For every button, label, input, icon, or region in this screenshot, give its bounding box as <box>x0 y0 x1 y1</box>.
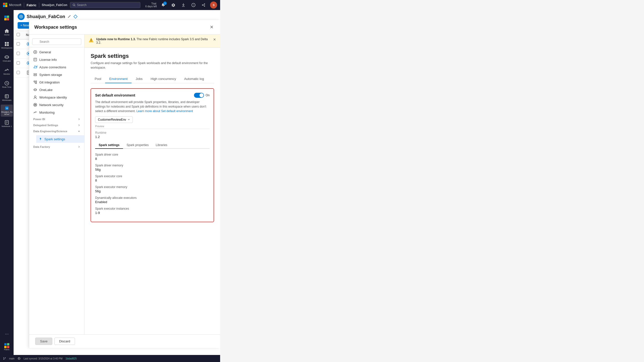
sidebar-item-workspaces[interactable]: Workspaces <box>1 39 13 51</box>
notebook1-label: Notebook 1 <box>2 125 12 128</box>
topbar-search-box[interactable] <box>70 2 140 8</box>
row-select-checkbox[interactable] <box>17 42 20 46</box>
spark-setting-label: Spark executor memory <box>95 185 210 189</box>
svg-text:W: W <box>6 107 8 110</box>
spark-setting-label: Spark driver memory <box>95 164 210 167</box>
sidebar-item-home[interactable]: Home <box>1 26 13 38</box>
settings-nav-storage[interactable]: System storage <box>29 71 84 78</box>
spark-icon <box>38 137 42 141</box>
share-button[interactable] <box>200 2 207 9</box>
alert-close-button[interactable]: ✕ <box>213 37 216 41</box>
settings-search-input[interactable] <box>32 38 81 45</box>
svg-point-79 <box>4 357 4 358</box>
sidebar-item-realtime[interactable]: Real-Time <box>1 78 13 90</box>
sidebar-item-workloads[interactable]: Workloads <box>1 92 13 104</box>
alert-banner: ⚠️ Update now to Runtime 1.3. The new Fa… <box>85 34 220 48</box>
license-icon <box>33 58 37 62</box>
topbar-search-input[interactable] <box>77 3 138 7</box>
svg-point-81 <box>5 357 6 358</box>
chevron-right2-icon <box>78 124 80 126</box>
env-desc: The default environment will provide Spa… <box>95 100 210 113</box>
sidebar-item-shuaijun[interactable]: W Shuaijun_Fa bCon <box>1 105 13 117</box>
monitor-label: Monitor <box>4 73 10 75</box>
settings-nav-monitoring[interactable]: Monitoring <box>29 109 84 116</box>
settings-nav-azure[interactable]: Azure connections <box>29 63 84 71</box>
settings-section-datafactory[interactable]: Data Factory <box>29 144 84 150</box>
user-avatar[interactable]: S <box>210 2 217 9</box>
nav-bottom: ··· Fabric <box>1 328 13 353</box>
spark-settings-title: Spark settings <box>91 53 214 59</box>
spark-settings-list: Spark driver core8Spark driver memory56g… <box>95 153 210 215</box>
tab-jobs[interactable]: Jobs <box>132 75 146 83</box>
nav-fabric-bottom[interactable]: Fabric <box>1 341 13 353</box>
workspaces-label: Workspaces <box>1 47 12 49</box>
ws-icon <box>19 15 23 19</box>
settings-body: 🔍 General License info Azure <box>29 34 220 334</box>
svg-line-12 <box>203 5 205 6</box>
notifications-button[interactable]: 1 <box>160 2 167 9</box>
spark-setting-label: Spark driver core <box>95 153 210 156</box>
row-select-checkbox[interactable] <box>17 52 20 55</box>
edit-icon[interactable] <box>67 15 71 19</box>
topbar-divider <box>24 3 24 8</box>
help-button[interactable]: ? <box>190 2 197 9</box>
spark-setting-value: 8 <box>95 178 210 182</box>
env-header: Set default environment On <box>95 93 210 98</box>
download-button[interactable] <box>180 2 187 9</box>
workloads-icon <box>4 94 9 99</box>
discard-button[interactable]: Discard <box>54 338 75 345</box>
app-name-fabric: Fabric <box>27 3 36 7</box>
chevron-down2-icon <box>78 130 80 132</box>
settings-close-button[interactable]: ✕ <box>208 24 215 31</box>
delegated-section-label: Delegated Settings <box>33 124 58 127</box>
spark-setting-item: Dynamically allocate executorsEnabled <box>95 196 210 204</box>
settings-section-engineering[interactable]: Data Engineering/Science <box>29 128 84 134</box>
settings-nav-network[interactable]: Network security <box>29 101 84 109</box>
monitoring-icon <box>33 110 37 114</box>
sidebar-item-monitor[interactable]: Monitor <box>1 65 13 77</box>
git-icon-item <box>3 357 6 360</box>
identity-icon <box>33 95 37 99</box>
save-button[interactable]: Save <box>35 338 52 345</box>
spark-setting-item: Spark driver memory56g <box>95 164 210 171</box>
settings-nav-general[interactable]: General <box>29 48 84 56</box>
nav-more-button[interactable]: ··· <box>1 328 13 340</box>
onelake-settings-icon <box>33 88 37 92</box>
row-select-checkbox[interactable] <box>17 71 20 74</box>
home-icon <box>4 28 9 33</box>
tab-pool[interactable]: Pool <box>91 75 105 83</box>
sub-tab-spark-properties[interactable]: Spark properties <box>123 142 152 149</box>
monitor-icon <box>4 68 9 73</box>
tab-environment[interactable]: Environment <box>105 75 132 83</box>
sidebar-item-onelake[interactable]: OneLake <box>1 52 13 64</box>
settings-section-powerbi[interactable]: Power BI <box>29 116 84 122</box>
env-dropdown[interactable]: CustomerReviewEnv <box>95 116 133 123</box>
left-nav: Home Workspaces OneLake Monitor Real-Tim… <box>0 10 14 355</box>
sidebar-item-notebook1[interactable]: Notebook 1 <box>1 118 13 130</box>
settings-button[interactable] <box>170 2 177 9</box>
svg-rect-15 <box>4 18 7 20</box>
ms-logo-icon <box>3 3 8 7</box>
default-env-toggle[interactable] <box>194 93 204 98</box>
sub-tab-spark-settings[interactable]: Spark settings <box>95 142 123 149</box>
sub-tab-libraries[interactable]: Libraries <box>152 142 171 149</box>
settings-nav-identity[interactable]: Workspace identity <box>29 94 84 101</box>
workloads-label: Workloads <box>2 99 12 102</box>
svg-rect-19 <box>5 44 7 46</box>
settings-section-delegated[interactable]: Delegated Settings <box>29 122 84 128</box>
svg-rect-14 <box>7 16 9 18</box>
row-select-checkbox[interactable] <box>17 61 20 65</box>
settings-nav-git[interactable]: Git integration <box>29 78 84 86</box>
env-learn-more-link[interactable]: Learn more about Set default environment <box>136 109 193 113</box>
realtime-icon <box>4 81 9 86</box>
settings-nav-spark[interactable]: Spark settings <box>36 135 84 143</box>
tab-automatic-log[interactable]: Automatic log <box>180 75 208 83</box>
nav-fabric-logo[interactable] <box>1 12 13 24</box>
tab-high-concurrency[interactable]: High concurrency <box>147 75 180 83</box>
engineering-section-label: Data Engineering/Science <box>33 130 67 133</box>
section-divider <box>95 129 210 129</box>
select-all-checkbox[interactable] <box>17 33 20 36</box>
fabric-bottom-label: Fabric <box>4 349 10 351</box>
settings-nav-onelake[interactable]: OneLake <box>29 86 84 94</box>
settings-nav-license[interactable]: License info <box>29 56 84 63</box>
